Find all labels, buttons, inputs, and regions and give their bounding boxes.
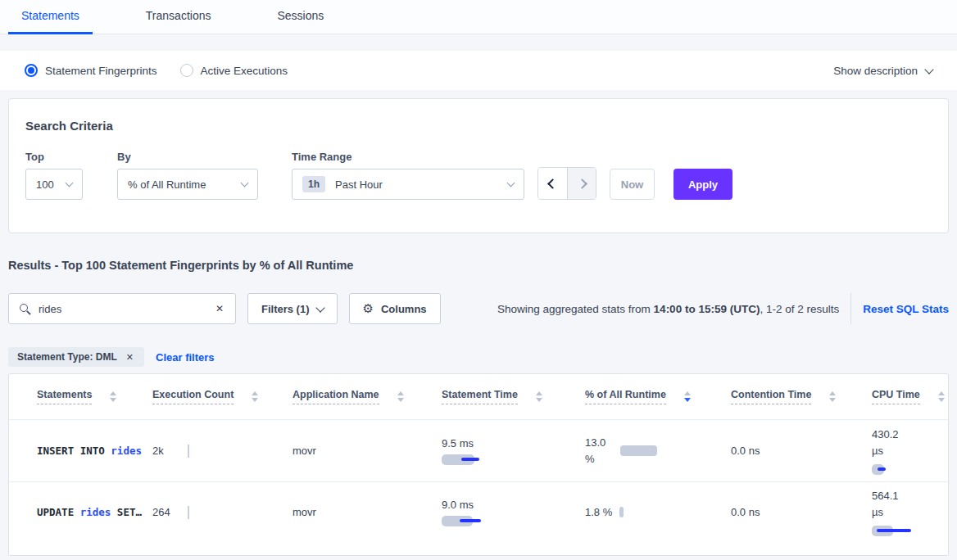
chevron-down-icon [241, 179, 249, 187]
sort-icon[interactable] [829, 391, 836, 402]
search-criteria-card: Search Criteria Top 100 By % of All Runt… [8, 98, 949, 233]
statement-time-bar [442, 516, 585, 526]
column-header-cpu-time[interactable]: CPU Time [872, 389, 948, 404]
sort-icon[interactable] [536, 391, 542, 402]
tab-statements[interactable]: Statements [8, 0, 93, 34]
apply-button[interactable]: Apply [674, 169, 732, 200]
execution-count-cell: 2k [152, 445, 293, 457]
pct-runtime-cell: 13.0 % [585, 435, 731, 467]
time-range-label: Time Range [292, 151, 524, 163]
statement-cell: UPDATE rides SET… [9, 504, 152, 521]
radio-active-executions[interactable]: Active Executions [180, 64, 288, 77]
statement-type-filter-chip: Statement Type: DML ✕ [8, 347, 144, 367]
results-heading: Results - Top 100 Statement Fingerprints… [8, 258, 949, 273]
pct-runtime-cell: 1.8 % [585, 506, 731, 518]
time-range-value: Past Hour [335, 178, 383, 191]
table-row: INSERT INTO rides 2k movr 9.5 ms 13.0 % [9, 419, 948, 481]
gear-icon: ⚙ [363, 301, 374, 316]
column-header-contention-time[interactable]: Contention Time [731, 389, 872, 404]
execution-count-cell: 264 [152, 506, 293, 518]
show-description-toggle[interactable]: Show description [833, 65, 932, 77]
radio-statement-fingerprints[interactable]: Statement Fingerprints [25, 64, 157, 77]
top-select-value: 100 [36, 178, 54, 191]
cpu-time-cell: 430.2 µs [872, 427, 948, 475]
tab-bar: Statements Transactions Sessions [0, 0, 957, 34]
radio-label: Active Executions [201, 65, 288, 77]
reset-sql-stats-link[interactable]: Reset SQL Stats [863, 303, 949, 315]
time-range-badge: 1h [302, 176, 325, 192]
sort-icon[interactable] [397, 391, 404, 402]
application-name-cell: movr [293, 445, 442, 457]
pct-runtime-bar [620, 445, 657, 456]
contention-time-cell: 0.0 ns [731, 445, 872, 457]
chevron-down-icon [315, 303, 324, 312]
cpu-time-cell: 564.1 µs [872, 488, 948, 536]
column-header-statement-time[interactable]: Statement Time [442, 389, 585, 404]
column-header-application-name[interactable]: Application Name [293, 389, 442, 404]
filter-chip-label: Statement Type: DML [17, 351, 117, 363]
stats-time-range: 14:00 to 15:59 (UTC) [654, 303, 760, 315]
sort-icon[interactable] [110, 391, 116, 402]
time-range-select[interactable]: 1h Past Hour [292, 169, 524, 200]
radio-unchecked-icon [180, 64, 193, 77]
search-criteria-title: Search Criteria [25, 119, 932, 133]
by-label: By [117, 151, 258, 163]
cpu-time-bar [872, 464, 948, 475]
statement-fingerprint-link[interactable]: rides [80, 506, 111, 518]
top-select[interactable]: 100 [25, 169, 83, 200]
chevron-down-icon [507, 179, 515, 187]
application-name-cell: movr [293, 506, 442, 518]
show-description-label: Show description [833, 65, 918, 77]
statement-cell: INSERT INTO rides [9, 443, 152, 459]
column-header-pct-runtime[interactable]: % of All Runtime [585, 389, 731, 404]
view-toggle-panel: Statement Fingerprints Active Executions… [0, 51, 957, 90]
search-input[interactable] [39, 303, 214, 315]
sort-icon[interactable] [938, 391, 945, 402]
execution-count-bar [188, 445, 189, 458]
search-icon [19, 303, 31, 315]
clear-filters-link[interactable]: Clear filters [156, 351, 215, 364]
column-header-statements[interactable]: Statements [9, 389, 152, 404]
radio-label: Statement Fingerprints [45, 65, 157, 77]
by-select-value: % of All Runtime [128, 178, 206, 191]
chevron-right-icon [577, 178, 587, 189]
results-controls: ✕ Filters (1) ⚙ Columns Showing aggregat… [8, 293, 949, 324]
statement-time-cell: 9.5 ms [442, 437, 585, 465]
next-time-button[interactable] [567, 168, 596, 199]
sql-activity-page: Statements Transactions Sessions Stateme… [0, 0, 957, 560]
chevron-left-icon [547, 178, 558, 189]
columns-button[interactable]: ⚙ Columns [349, 293, 441, 324]
by-select[interactable]: % of All Runtime [117, 169, 258, 200]
radio-checked-icon [25, 64, 38, 77]
tab-transactions[interactable]: Transactions [133, 0, 225, 34]
aggregated-stats-text: Showing aggregated stats from 14:00 to 1… [497, 303, 839, 315]
statement-fingerprint-link[interactable]: rides [111, 445, 142, 457]
now-button[interactable]: Now [610, 169, 655, 200]
cpu-time-bar [872, 526, 948, 536]
top-label: Top [25, 151, 83, 163]
table-header-row: Statements Execution Count Application N… [9, 374, 948, 419]
previous-time-button[interactable] [538, 168, 567, 199]
search-box: ✕ [8, 293, 236, 324]
statement-time-cell: 9.0 ms [442, 499, 585, 526]
sort-icon[interactable] [252, 391, 258, 402]
filter-chip-row: Statement Type: DML ✕ Clear filters [8, 347, 949, 367]
filters-label: Filters (1) [261, 303, 310, 315]
tab-sessions[interactable]: Sessions [264, 0, 337, 34]
statement-time-bar [442, 454, 585, 465]
clear-search-icon[interactable]: ✕ [214, 301, 225, 316]
column-header-execution-count[interactable]: Execution Count [152, 389, 293, 404]
execution-count-bar [188, 506, 189, 519]
contention-time-cell: 0.0 ns [731, 506, 872, 518]
vertical-divider [850, 293, 851, 324]
time-nav-group [537, 167, 596, 200]
sort-icon[interactable] [684, 391, 691, 402]
remove-filter-icon[interactable]: ✕ [125, 350, 135, 364]
table-row: UPDATE rides SET… 264 movr 9.0 ms 1.8 % [9, 481, 948, 542]
columns-label: Columns [381, 303, 427, 315]
pct-runtime-bar [619, 507, 624, 517]
filters-button[interactable]: Filters (1) [247, 293, 338, 324]
chevron-down-icon [924, 65, 933, 74]
statements-table: Statements Execution Count Application N… [8, 373, 949, 556]
chevron-down-icon [66, 179, 74, 187]
